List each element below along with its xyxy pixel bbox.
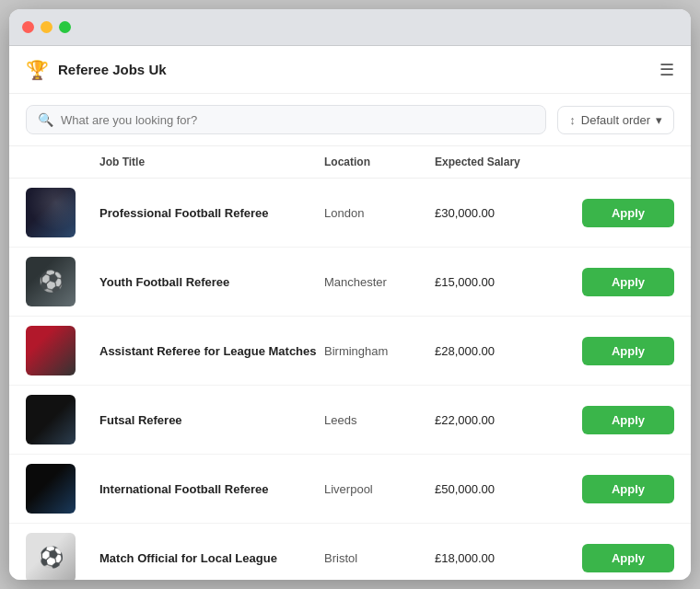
job-thumbnail <box>26 533 76 580</box>
apply-button[interactable]: Apply <box>582 199 674 227</box>
job-location: Birmingham <box>324 344 435 358</box>
job-location: Manchester <box>324 275 435 289</box>
search-icon: 🔍 <box>38 112 53 127</box>
job-location: Bristol <box>324 551 435 565</box>
apply-button[interactable]: Apply <box>582 337 674 365</box>
table-row: Youth Football Referee Manchester £15,00… <box>9 248 691 317</box>
trophy-icon: 🏆 <box>26 59 49 81</box>
job-salary: £28,000.00 <box>435 344 582 358</box>
search-bar-area: 🔍 ↕ Default order ▾ <box>9 94 691 146</box>
window-controls <box>22 21 71 33</box>
apply-button[interactable]: Apply <box>582 406 674 434</box>
col-header-action <box>582 156 674 168</box>
job-title: International Football Referee <box>99 482 324 496</box>
job-salary: £15,000.00 <box>435 275 582 289</box>
job-thumbnail <box>26 395 76 445</box>
minimize-button[interactable] <box>41 21 52 33</box>
jobs-list: Professional Football Referee London £30… <box>9 179 691 580</box>
job-salary: £22,000.00 <box>435 413 582 427</box>
table-row: Match Official for Local League Bristol … <box>9 524 691 580</box>
table-row: International Football Referee Liverpool… <box>9 455 691 524</box>
table-row: Futsal Referee Leeds £22,000.00 Apply <box>9 386 691 455</box>
close-button[interactable] <box>22 21 34 33</box>
job-thumbnail <box>26 464 76 514</box>
job-salary: £18,000.00 <box>435 551 582 565</box>
job-thumbnail <box>26 188 76 237</box>
app-title: Referee Jobs Uk <box>58 62 167 77</box>
app-brand: 🏆 Referee Jobs Uk <box>26 59 167 81</box>
table-row: Professional Football Referee London £30… <box>9 179 691 248</box>
hamburger-icon[interactable]: ☰ <box>659 60 674 80</box>
chevron-down-icon: ▾ <box>656 113 662 127</box>
titlebar <box>9 9 691 46</box>
col-header-location: Location <box>324 156 435 168</box>
table-header: Job Title Location Expected Salary <box>9 146 691 179</box>
job-title: Youth Football Referee <box>99 275 324 289</box>
col-header-salary: Expected Salary <box>435 156 582 168</box>
apply-button[interactable]: Apply <box>582 475 674 503</box>
job-salary: £30,000.00 <box>435 206 582 220</box>
job-title: Futsal Referee <box>99 413 324 427</box>
job-location: London <box>324 206 435 220</box>
job-location: Leeds <box>324 413 435 427</box>
job-salary: £50,000.00 <box>435 482 582 496</box>
job-title: Professional Football Referee <box>99 206 324 220</box>
job-title: Assistant Referee for League Matches <box>99 344 324 358</box>
job-location: Liverpool <box>324 482 435 496</box>
job-title: Match Official for Local League <box>99 551 324 565</box>
apply-button[interactable]: Apply <box>582 544 674 572</box>
sort-label: Default order <box>581 113 650 127</box>
job-thumbnail <box>26 326 76 375</box>
sort-icon: ↕ <box>569 113 576 127</box>
maximize-button[interactable] <box>59 21 71 33</box>
sort-button[interactable]: ↕ Default order ▾ <box>557 106 674 134</box>
table-row: Assistant Referee for League Matches Bir… <box>9 317 691 386</box>
search-input-wrap[interactable]: 🔍 <box>26 105 546 134</box>
app-header: 🏆 Referee Jobs Uk ☰ <box>9 46 691 94</box>
col-header-job-title: Job Title <box>99 156 324 168</box>
search-input[interactable] <box>61 113 534 127</box>
job-thumbnail <box>26 257 76 306</box>
jobs-table: Job Title Location Expected Salary Profe… <box>9 146 691 580</box>
col-header-spacer <box>26 156 99 168</box>
app-window: 🏆 Referee Jobs Uk ☰ 🔍 ↕ Default order ▾ … <box>9 9 691 580</box>
apply-button[interactable]: Apply <box>582 268 674 296</box>
